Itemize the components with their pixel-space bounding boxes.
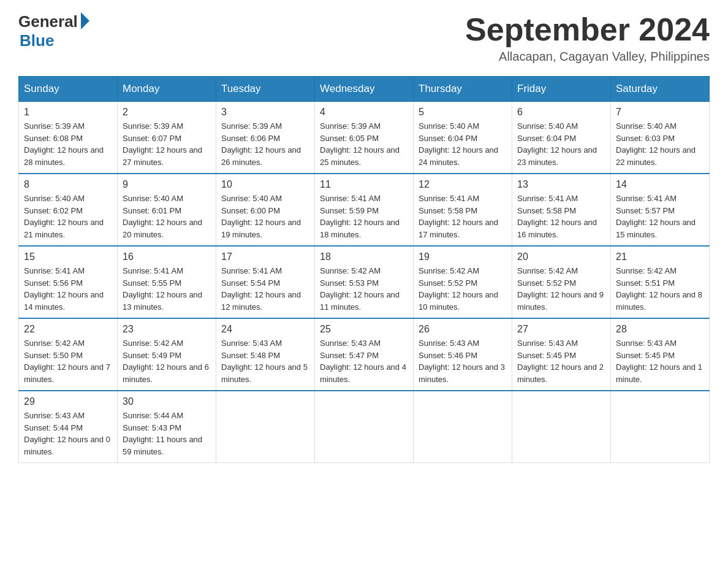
sunset-label: Sunset: 5:52 PM (419, 278, 477, 288)
table-row: 29 Sunrise: 5:43 AM Sunset: 5:44 PM Dayl… (19, 391, 118, 463)
table-row: 7 Sunrise: 5:40 AM Sunset: 6:03 PM Dayli… (611, 102, 710, 174)
day-info: Sunrise: 5:42 AM Sunset: 5:51 PM Dayligh… (616, 265, 704, 313)
calendar-table: Sunday Monday Tuesday Wednesday Thursday… (18, 76, 710, 463)
daylight-label: Daylight: 12 hours and 28 minutes. (24, 145, 104, 167)
day-number: 18 (320, 251, 408, 262)
table-row: 13 Sunrise: 5:41 AM Sunset: 5:58 PM Dayl… (512, 174, 611, 246)
sunrise-label: Sunrise: 5:42 AM (517, 266, 578, 275)
sunrise-label: Sunrise: 5:39 AM (221, 121, 282, 131)
daylight-label: Daylight: 12 hours and 14 minutes. (24, 290, 104, 312)
table-row: 3 Sunrise: 5:39 AM Sunset: 6:06 PM Dayli… (216, 102, 315, 174)
sunset-label: Sunset: 5:55 PM (123, 278, 181, 288)
col-monday: Monday (118, 77, 216, 102)
daylight-label: Daylight: 12 hours and 21 minutes. (24, 218, 104, 239)
day-info: Sunrise: 5:42 AM Sunset: 5:49 PM Dayligh… (123, 337, 211, 385)
daylight-label: Daylight: 12 hours and 5 minutes. (221, 362, 308, 384)
sunset-label: Sunset: 6:05 PM (320, 134, 379, 143)
daylight-label: Daylight: 12 hours and 20 minutes. (123, 218, 202, 239)
sunset-label: Sunset: 5:59 PM (320, 206, 379, 215)
sunset-label: Sunset: 6:04 PM (419, 134, 477, 143)
day-number: 16 (123, 251, 211, 262)
logo-triangle-icon (81, 12, 89, 29)
title-section: September 2024 Allacapan, Cagayan Valley… (465, 12, 710, 64)
day-number: 28 (616, 324, 704, 335)
month-title: September 2024 (465, 12, 710, 47)
daylight-label: Daylight: 12 hours and 25 minutes. (320, 145, 400, 167)
day-info: Sunrise: 5:40 AM Sunset: 6:02 PM Dayligh… (24, 193, 112, 240)
daylight-label: Daylight: 12 hours and 1 minute. (616, 362, 702, 384)
day-number: 7 (616, 107, 704, 118)
sunset-label: Sunset: 5:45 PM (517, 351, 576, 360)
day-number: 15 (24, 251, 112, 262)
daylight-label: Daylight: 12 hours and 8 minutes. (616, 290, 702, 312)
table-row: 26 Sunrise: 5:43 AM Sunset: 5:46 PM Dayl… (414, 318, 512, 391)
day-info: Sunrise: 5:43 AM Sunset: 5:45 PM Dayligh… (616, 337, 704, 385)
sunset-label: Sunset: 5:48 PM (221, 351, 280, 360)
daylight-label: Daylight: 12 hours and 13 minutes. (123, 290, 202, 312)
col-wednesday: Wednesday (315, 77, 414, 102)
day-info: Sunrise: 5:43 AM Sunset: 5:48 PM Dayligh… (221, 337, 309, 385)
sunrise-label: Sunrise: 5:41 AM (320, 194, 381, 203)
sunset-label: Sunset: 5:57 PM (616, 206, 675, 215)
calendar-week-row: 29 Sunrise: 5:43 AM Sunset: 5:44 PM Dayl… (19, 391, 710, 463)
daylight-label: Daylight: 12 hours and 0 minutes. (24, 435, 110, 456)
day-info: Sunrise: 5:40 AM Sunset: 6:04 PM Dayligh… (419, 120, 507, 168)
table-row: 9 Sunrise: 5:40 AM Sunset: 6:01 PM Dayli… (118, 174, 216, 246)
day-number: 9 (123, 179, 211, 190)
day-info: Sunrise: 5:44 AM Sunset: 5:43 PM Dayligh… (123, 410, 211, 458)
day-number: 1 (24, 107, 112, 118)
day-info: Sunrise: 5:40 AM Sunset: 6:03 PM Dayligh… (616, 120, 704, 168)
day-info: Sunrise: 5:39 AM Sunset: 6:06 PM Dayligh… (221, 120, 309, 168)
daylight-label: Daylight: 12 hours and 27 minutes. (123, 145, 202, 167)
day-number: 20 (517, 251, 605, 262)
table-row: 25 Sunrise: 5:43 AM Sunset: 5:47 PM Dayl… (315, 318, 414, 391)
sunset-label: Sunset: 6:08 PM (24, 134, 83, 143)
day-number: 19 (419, 251, 507, 262)
day-info: Sunrise: 5:41 AM Sunset: 5:58 PM Dayligh… (419, 193, 507, 240)
sunrise-label: Sunrise: 5:43 AM (517, 339, 578, 348)
table-row: 14 Sunrise: 5:41 AM Sunset: 5:57 PM Dayl… (611, 174, 710, 246)
day-number: 13 (517, 179, 605, 190)
day-number: 12 (419, 179, 507, 190)
sunrise-label: Sunrise: 5:42 AM (320, 266, 381, 275)
day-number: 11 (320, 179, 408, 190)
day-number: 22 (24, 324, 112, 335)
daylight-label: Daylight: 12 hours and 24 minutes. (419, 145, 498, 167)
day-number: 2 (123, 107, 211, 118)
daylight-label: Daylight: 12 hours and 15 minutes. (616, 218, 696, 239)
day-info: Sunrise: 5:42 AM Sunset: 5:50 PM Dayligh… (24, 337, 112, 385)
sunset-label: Sunset: 5:43 PM (123, 423, 181, 432)
daylight-label: Daylight: 12 hours and 7 minutes. (24, 362, 110, 384)
daylight-label: Daylight: 12 hours and 16 minutes. (517, 218, 597, 239)
daylight-label: Daylight: 12 hours and 22 minutes. (616, 145, 696, 167)
sunset-label: Sunset: 6:01 PM (123, 206, 181, 215)
table-row: 22 Sunrise: 5:42 AM Sunset: 5:50 PM Dayl… (19, 318, 118, 391)
day-info: Sunrise: 5:41 AM Sunset: 5:59 PM Dayligh… (320, 193, 408, 240)
day-number: 25 (320, 324, 408, 335)
sunrise-label: Sunrise: 5:42 AM (123, 339, 183, 348)
sunrise-label: Sunrise: 5:43 AM (616, 339, 677, 348)
table-row: 23 Sunrise: 5:42 AM Sunset: 5:49 PM Dayl… (118, 318, 216, 391)
sunrise-label: Sunrise: 5:41 AM (419, 194, 479, 203)
sunrise-label: Sunrise: 5:39 AM (24, 121, 85, 131)
daylight-label: Daylight: 12 hours and 17 minutes. (419, 218, 498, 239)
daylight-label: Daylight: 12 hours and 4 minutes. (320, 362, 406, 384)
table-row: 17 Sunrise: 5:41 AM Sunset: 5:54 PM Dayl… (216, 246, 315, 318)
day-number: 29 (24, 396, 112, 407)
table-row: 16 Sunrise: 5:41 AM Sunset: 5:55 PM Dayl… (118, 246, 216, 318)
day-number: 26 (419, 324, 507, 335)
logo-general-text: General (18, 12, 78, 31)
table-row: 5 Sunrise: 5:40 AM Sunset: 6:04 PM Dayli… (414, 102, 512, 174)
calendar-week-row: 15 Sunrise: 5:41 AM Sunset: 5:56 PM Dayl… (19, 246, 710, 318)
table-row: 12 Sunrise: 5:41 AM Sunset: 5:58 PM Dayl… (414, 174, 512, 246)
table-row: 8 Sunrise: 5:40 AM Sunset: 6:02 PM Dayli… (19, 174, 118, 246)
calendar-week-row: 8 Sunrise: 5:40 AM Sunset: 6:02 PM Dayli… (19, 174, 710, 246)
table-row: 1 Sunrise: 5:39 AM Sunset: 6:08 PM Dayli… (19, 102, 118, 174)
day-info: Sunrise: 5:41 AM Sunset: 5:55 PM Dayligh… (123, 265, 211, 313)
sunset-label: Sunset: 5:56 PM (24, 278, 83, 288)
daylight-label: Daylight: 12 hours and 9 minutes. (517, 290, 604, 312)
sunrise-label: Sunrise: 5:41 AM (616, 194, 677, 203)
daylight-label: Daylight: 12 hours and 18 minutes. (320, 218, 400, 239)
sunset-label: Sunset: 6:04 PM (517, 134, 576, 143)
day-info: Sunrise: 5:41 AM Sunset: 5:54 PM Dayligh… (221, 265, 309, 313)
